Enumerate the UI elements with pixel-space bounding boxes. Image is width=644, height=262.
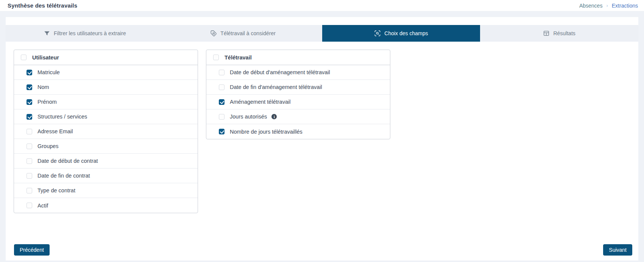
next-button[interactable]: Suivant — [603, 244, 632, 256]
select-all-utilisateur-checkbox[interactable] — [21, 55, 27, 60]
tab-filter-users[interactable]: Filtrer les utilisateurs à extraire — [6, 25, 164, 42]
scan-search-icon — [374, 30, 381, 37]
field-label: Groupes — [37, 143, 59, 149]
field-row-groupes[interactable]: Groupes — [14, 139, 198, 154]
field-label: Jours autorisés — [230, 114, 267, 120]
tab-label: Filtrer les utilisateurs à extraire — [54, 30, 126, 36]
field-row-nom[interactable]: Nom — [14, 80, 198, 95]
checkbox[interactable] — [27, 203, 32, 208]
field-label: Date de fin de contrat — [37, 173, 90, 179]
checkbox[interactable] — [27, 188, 32, 193]
field-label: Adresse Email — [37, 128, 73, 134]
field-label: Date de fin d'aménagement télétravail — [230, 84, 322, 90]
panel-utilisateur: Utilisateur Matricule Nom Prénom Struct — [14, 50, 198, 213]
field-row-prenom[interactable]: Prénom — [14, 95, 198, 109]
breadcrumb: Absences › Extractions — [579, 3, 638, 9]
panel-teletravail: Télétravail Date de début d'aménagement … — [206, 50, 390, 139]
field-row-nombre-jours-teletravailles[interactable]: Nombre de jours télétravaillés — [206, 124, 390, 139]
field-label: Date de début de contrat — [37, 158, 98, 164]
field-label: Structures / services — [37, 114, 87, 120]
field-label: Type de contrat — [37, 187, 75, 193]
field-row-type-contrat[interactable]: Type de contrat — [14, 183, 198, 198]
field-label: Nombre de jours télétravaillés — [230, 129, 303, 135]
select-all-teletravail-checkbox[interactable] — [213, 55, 219, 60]
previous-button[interactable]: Précédent — [14, 244, 50, 256]
field-label: Aménagement télétravail — [230, 99, 290, 105]
table-icon — [543, 30, 550, 37]
checkbox[interactable] — [219, 84, 225, 90]
field-row-matricule[interactable]: Matricule — [14, 65, 198, 80]
checkbox[interactable] — [27, 99, 32, 105]
main-card: Filtrer les utilisateurs à extraire Télé… — [6, 17, 638, 260]
tab-results[interactable]: Résultats — [480, 25, 638, 42]
field-label: Prénom — [37, 99, 57, 105]
tab-telework-consider[interactable]: Télétravail à considérer — [164, 25, 322, 42]
wizard-footer: Précédent Suivant — [14, 244, 632, 256]
checkbox[interactable] — [27, 129, 32, 134]
tab-field-choice[interactable]: Choix des champs — [322, 25, 480, 42]
checkbox[interactable] — [219, 70, 225, 75]
tab-label: Télétravail à considérer — [220, 30, 276, 36]
field-row-date-debut-contrat[interactable]: Date de début de contrat — [14, 154, 198, 168]
field-row-date-debut-amenagement[interactable]: Date de début d'aménagement télétravail — [206, 65, 390, 80]
tab-label: Résultats — [553, 30, 575, 36]
checkbox[interactable] — [27, 158, 32, 164]
field-label: Actif — [37, 203, 48, 209]
field-selection-area: Utilisateur Matricule Nom Prénom Struct — [6, 42, 638, 213]
field-row-date-fin-amenagement[interactable]: Date de fin d'aménagement télétravail — [206, 80, 390, 95]
breadcrumb-parent[interactable]: Absences — [579, 3, 602, 9]
checkbox[interactable] — [27, 70, 32, 75]
field-label: Date de début d'aménagement télétravail — [230, 69, 330, 75]
filter-icon — [44, 30, 50, 37]
field-label: Nom — [37, 84, 49, 90]
field-row-amenagement-teletravail[interactable]: Aménagement télétravail — [206, 95, 390, 109]
field-row-structures[interactable]: Structures / services — [14, 109, 198, 124]
panel-teletravail-header: Télétravail — [206, 50, 390, 65]
breadcrumb-current[interactable]: Extractions — [612, 3, 638, 9]
panel-utilisateur-header: Utilisateur — [14, 50, 198, 65]
wizard-tabs: Filtrer les utilisateurs à extraire Télé… — [6, 25, 638, 42]
checkbox[interactable] — [27, 173, 32, 179]
tab-label: Choix des champs — [384, 30, 428, 36]
checkbox[interactable] — [219, 129, 225, 134]
panel-title: Télétravail — [225, 55, 252, 61]
top-header: Synthèse des télétravails Absences › Ext… — [0, 0, 644, 11]
breadcrumb-separator-icon: › — [606, 3, 608, 8]
field-row-adresse-email[interactable]: Adresse Email — [14, 124, 198, 139]
field-row-jours-autorises[interactable]: Jours autorisés i — [206, 109, 390, 124]
checkbox[interactable] — [27, 114, 32, 120]
page-title: Synthèse des télétravails — [8, 2, 77, 9]
panel-title: Utilisateur — [32, 55, 59, 61]
checkbox[interactable] — [219, 114, 225, 120]
field-row-actif[interactable]: Actif — [14, 198, 198, 213]
info-icon[interactable]: i — [271, 114, 277, 119]
checkbox[interactable] — [27, 143, 32, 149]
checkbox[interactable] — [219, 99, 225, 105]
field-row-date-fin-contrat[interactable]: Date de fin de contrat — [14, 168, 198, 183]
checkbox[interactable] — [27, 84, 32, 90]
tag-search-icon — [210, 30, 217, 37]
field-label: Matricule — [37, 69, 60, 75]
